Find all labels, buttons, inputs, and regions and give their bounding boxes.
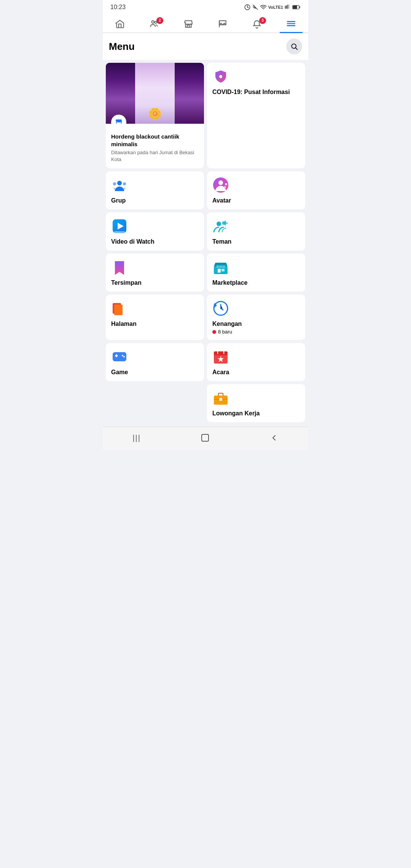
tersimpan-label: Tersimpan — [111, 279, 199, 286]
svg-point-33 — [216, 265, 219, 268]
menu-item-halaman[interactable]: Halaman — [106, 295, 204, 340]
menu-item-grup[interactable]: Grup — [106, 171, 204, 209]
svg-point-42 — [122, 355, 123, 356]
nav-pages[interactable] — [211, 16, 234, 32]
svg-rect-3 — [287, 5, 288, 9]
game-label: Game — [111, 369, 199, 376]
friends-icon — [212, 218, 229, 235]
svg-point-35 — [222, 265, 225, 268]
menu-item-game[interactable]: Game — [106, 343, 204, 381]
nav-back[interactable] — [269, 433, 279, 442]
video-watch-label: Video di Watch — [111, 238, 199, 245]
page-title: Menu — [109, 41, 135, 53]
svg-point-43 — [123, 356, 125, 357]
nav-home-button[interactable] — [201, 433, 210, 442]
svg-line-16 — [296, 48, 298, 50]
lowongan-kerja-label: Lowongan Kerja — [212, 410, 300, 417]
svg-rect-25 — [114, 231, 125, 233]
teman-label: Teman — [212, 238, 300, 245]
group-icon — [111, 177, 128, 193]
hamburger-icon — [286, 18, 296, 29]
svg-rect-1 — [285, 6, 286, 9]
marketplace-label: Marketplace — [212, 279, 300, 286]
bottom-nav: ||| — [103, 427, 308, 450]
nav-menu[interactable] — [280, 16, 303, 33]
menu-item-tersimpan[interactable]: Tersimpan — [106, 254, 204, 292]
svg-rect-10 — [187, 25, 190, 27]
svg-rect-32 — [221, 269, 225, 271]
svg-rect-41 — [116, 354, 117, 357]
svg-point-21 — [218, 180, 223, 185]
game-icon — [111, 348, 128, 365]
search-button[interactable] — [286, 38, 302, 54]
status-bar: 10:23 VoLTE1 — [103, 0, 308, 13]
nav-people[interactable]: 2 — [143, 16, 166, 32]
covid-label: COVID-19: Pusat Informasi — [212, 89, 300, 96]
avatar-label: Avatar — [212, 197, 300, 204]
svg-rect-4 — [289, 5, 290, 9]
menu-grid: 🌼 Hordeng blackout cantiik minimalis Dit… — [103, 63, 308, 425]
store-nav-icon — [183, 19, 194, 29]
svg-point-8 — [152, 21, 155, 23]
notifications-badge: 3 — [259, 17, 266, 24]
featured-image: 🌼 — [106, 63, 204, 124]
play-icon — [111, 218, 128, 235]
kenangan-sublabel: 8 baru — [212, 329, 300, 335]
flower-decoration: 🌼 — [148, 107, 162, 120]
svg-rect-45 — [214, 351, 228, 355]
nav-notifications[interactable]: 3 — [245, 16, 268, 32]
marketplace-icon — [212, 259, 229, 276]
history-icon — [212, 300, 229, 317]
avatar-icon — [212, 177, 229, 193]
svg-rect-7 — [293, 6, 297, 9]
kenangan-label: Kenangan — [212, 321, 300, 327]
menu-item-kenangan[interactable]: Kenangan 8 baru — [207, 295, 305, 340]
flag-icon — [217, 19, 228, 29]
svg-point-22 — [225, 183, 227, 185]
shield-heart-icon — [212, 68, 229, 85]
people-badge: 2 — [156, 17, 163, 24]
featured-title: Hordeng blackout cantiik minimalis — [111, 133, 199, 148]
svg-point-26 — [217, 222, 221, 226]
svg-rect-51 — [219, 398, 222, 401]
menu-item-avatar[interactable]: Avatar — [207, 171, 305, 209]
menu-item-marketplace[interactable]: Marketplace — [207, 254, 305, 292]
svg-point-34 — [219, 265, 222, 268]
page-header: Menu — [103, 33, 308, 60]
menu-item-acara[interactable]: Acara — [207, 343, 305, 381]
grup-label: Grup — [111, 197, 199, 204]
kenangan-dot — [212, 330, 216, 334]
top-nav: 2 3 — [103, 13, 308, 33]
nav-marketplace[interactable] — [177, 16, 200, 32]
svg-rect-2 — [286, 5, 287, 9]
pages-icon — [111, 300, 128, 317]
menu-item-lowongan-kerja[interactable]: Lowongan Kerja — [207, 384, 305, 422]
svg-rect-6 — [299, 6, 300, 8]
svg-rect-37 — [114, 305, 123, 315]
featured-listing-card[interactable]: 🌼 Hordeng blackout cantiik minimalis Dit… — [106, 63, 204, 168]
briefcase-icon — [212, 389, 229, 406]
nav-recent-apps[interactable]: ||| — [132, 434, 141, 442]
nav-home[interactable] — [108, 16, 131, 32]
menu-item-teman[interactable]: Teman — [207, 212, 305, 251]
status-time: 10:23 — [110, 4, 126, 11]
bookmark-icon — [111, 259, 128, 276]
svg-point-18 — [123, 182, 126, 185]
menu-item-video-watch[interactable]: Video di Watch — [106, 212, 204, 251]
halaman-label: Halaman — [111, 321, 199, 327]
svg-point-17 — [117, 181, 122, 185]
calendar-star-icon — [212, 348, 229, 365]
acara-label: Acara — [212, 369, 300, 376]
status-icons: VoLTE1 — [244, 4, 301, 11]
svg-point-19 — [113, 182, 116, 185]
featured-subtitle: Ditawarkan pada hari Jumat di Bekasi Kot… — [111, 149, 199, 163]
home-icon — [115, 19, 125, 29]
svg-rect-52 — [202, 434, 209, 441]
featured-info: Hordeng blackout cantiik minimalis Ditaw… — [106, 124, 204, 168]
menu-item-covid[interactable]: COVID-19: Pusat Informasi — [207, 63, 305, 168]
svg-rect-31 — [218, 269, 221, 273]
